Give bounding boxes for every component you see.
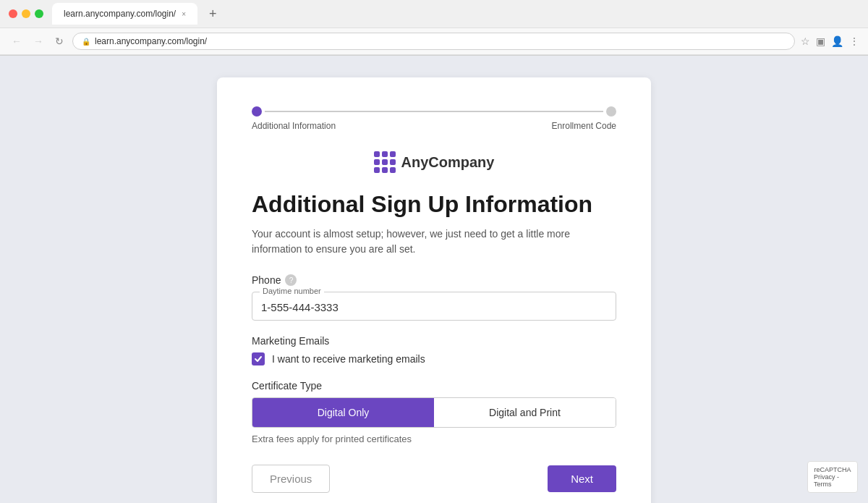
close-window-button[interactable] [9, 9, 17, 18]
fee-note: Extra fees apply for printed certificate… [252, 434, 616, 444]
page-subtitle: Your account is almost setup; however, w… [252, 227, 616, 257]
phone-floating-label: Daytime number [260, 287, 324, 295]
window-controls [9, 9, 43, 18]
tab-close-button[interactable]: × [182, 10, 186, 18]
logo-text: AnyCompany [401, 154, 495, 171]
url-text: learn.anycompany.com/login/ [95, 36, 207, 46]
signup-card: Additional Information Enrollment Code A… [217, 77, 651, 503]
next-button[interactable]: Next [548, 465, 616, 492]
phone-help-icon[interactable]: ? [285, 274, 297, 286]
marketing-label: Marketing Emails [252, 335, 616, 347]
step1-label: Additional Information [252, 121, 336, 131]
title-bar: learn.anycompany.com/login/ × + [0, 0, 868, 28]
browser-tab[interactable]: learn.anycompany.com/login/ × [52, 3, 197, 25]
phone-label: Phone ? [252, 274, 616, 286]
phone-input[interactable] [261, 298, 607, 313]
step2-dot [606, 106, 616, 117]
recaptcha-links[interactable]: Privacy - Terms [814, 473, 851, 488]
progress-labels: Additional Information Enrollment Code [252, 121, 616, 131]
marketing-group: Marketing Emails I want to receive marke… [252, 335, 616, 365]
logo-icon [374, 151, 396, 173]
phone-input-wrapper: Daytime number [252, 292, 616, 321]
page-title: Additional Sign Up Information [252, 190, 616, 218]
step1-dot [252, 106, 262, 117]
ssl-lock-icon: 🔒 [82, 38, 90, 46]
minimize-window-button[interactable] [22, 9, 30, 18]
button-row: Previous Next [252, 465, 616, 493]
reload-button[interactable]: ↻ [52, 34, 67, 48]
address-bar[interactable]: 🔒 learn.anycompany.com/login/ [72, 33, 795, 50]
marketing-checkbox-label: I want to receive marketing emails [272, 353, 425, 365]
back-button[interactable]: ← [9, 34, 25, 48]
certificate-type-toggle: Digital Only Digital and Print [252, 397, 616, 428]
recaptcha-label: reCAPTCHA [814, 466, 851, 473]
forward-button[interactable]: → [30, 34, 46, 48]
toolbar-actions: ☆ ▣ 👤 ⋮ [801, 35, 859, 47]
previous-button[interactable]: Previous [252, 465, 330, 493]
phone-group: Phone ? Daytime number [252, 274, 616, 321]
menu-icon[interactable]: ⋮ [849, 35, 859, 47]
tab-title: learn.anycompany.com/login/ [64, 9, 176, 19]
digital-print-option[interactable]: Digital and Print [434, 398, 616, 427]
marketing-checkbox[interactable] [252, 352, 265, 365]
logo-area: AnyCompany [252, 151, 616, 173]
new-tab-button[interactable]: + [203, 7, 223, 22]
extensions-icon[interactable]: ▣ [816, 35, 825, 47]
profile-icon[interactable]: 👤 [831, 35, 843, 47]
checkbox-row: I want to receive marketing emails [252, 352, 616, 365]
progress-bar-row [252, 106, 616, 117]
page-content: Additional Information Enrollment Code A… [0, 56, 868, 488]
digital-only-option[interactable]: Digital Only [252, 398, 434, 427]
step2-label: Enrollment Code [552, 121, 616, 131]
certificate-type-group: Certificate Type Digital Only Digital an… [252, 380, 616, 444]
maximize-window-button[interactable] [35, 9, 43, 18]
browser-toolbar: ← → ↻ 🔒 learn.anycompany.com/login/ ☆ ▣ … [0, 28, 868, 55]
progress-container: Additional Information Enrollment Code [252, 106, 616, 131]
certificate-type-label: Certificate Type [252, 380, 616, 392]
browser-chrome: learn.anycompany.com/login/ × + ← → ↻ 🔒 … [0, 0, 868, 56]
progress-line [265, 111, 603, 112]
bookmark-icon[interactable]: ☆ [801, 35, 810, 47]
recaptcha-badge: reCAPTCHA Privacy - Terms [807, 461, 858, 493]
